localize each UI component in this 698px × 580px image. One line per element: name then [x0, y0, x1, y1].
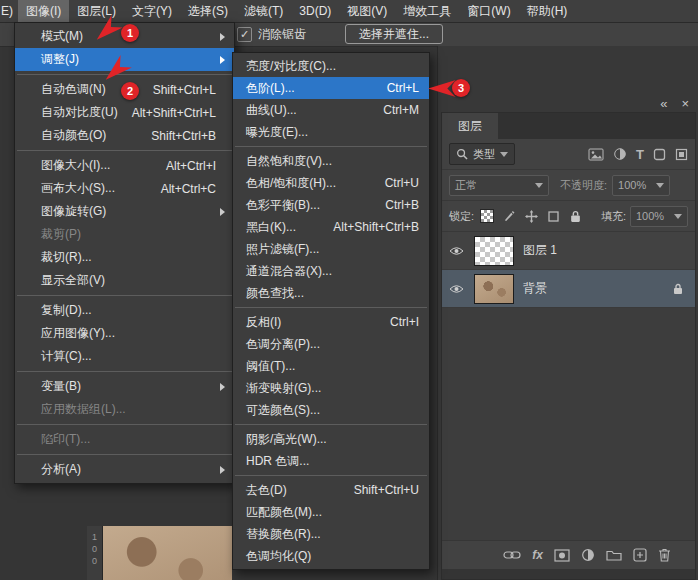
menu-item-auto-contrast[interactable]: 自动对比度(U) Alt+Shift+Ctrl+L: [15, 101, 234, 124]
layer-thumbnail[interactable]: [474, 274, 514, 304]
menubar-item-edit-partial[interactable]: E): [0, 0, 18, 22]
layer-name: 背景: [523, 280, 547, 297]
link-layers-icon[interactable]: [503, 550, 521, 560]
layer-row-layer1[interactable]: 图层 1: [442, 232, 695, 270]
layer-mask-icon[interactable]: [554, 549, 570, 562]
menu-item-label: 通道混合器(X)...: [246, 263, 332, 280]
blend-mode-dropdown[interactable]: 正常: [449, 175, 549, 196]
collapse-panels-icon[interactable]: «: [660, 96, 667, 111]
select-and-mask-button[interactable]: 选择并遮住...: [345, 24, 443, 44]
anti-alias-checkbox[interactable]: ✓: [237, 27, 252, 42]
new-group-icon[interactable]: [606, 549, 622, 561]
close-panel-icon[interactable]: ×: [681, 96, 689, 111]
menu-item-image-rotation[interactable]: 图像旋转(G): [15, 200, 234, 223]
menu-item-canvas-size[interactable]: 画布大小(S)... Alt+Ctrl+C: [15, 177, 234, 200]
layers-panel-footer: fx: [442, 540, 695, 569]
menu-item-analysis[interactable]: 分析(A): [15, 458, 234, 481]
visibility-eye-icon[interactable]: [442, 246, 470, 256]
menu-item-color-lookup[interactable]: 颜色查找...: [233, 282, 429, 304]
menu-item-exposure[interactable]: 曝光度(E)...: [233, 121, 429, 143]
menu-item-duplicate[interactable]: 复制(D)...: [15, 299, 234, 322]
menubar-item-select[interactable]: 选择(S): [180, 0, 236, 22]
layer-effects-icon[interactable]: fx: [532, 548, 543, 562]
chevron-down-icon: [674, 214, 682, 219]
callout-badge-1: 1: [121, 24, 139, 42]
menu-item-label: 替换颜色(R)...: [246, 526, 321, 543]
menu-item-shortcut: Ctrl+M: [369, 103, 419, 117]
menu-item-replace-color[interactable]: 替换颜色(R)...: [233, 523, 429, 545]
fill-dropdown[interactable]: 100%: [630, 206, 688, 227]
menu-item-channel-mixer[interactable]: 通道混合器(X)...: [233, 260, 429, 282]
menu-item-photo-filter[interactable]: 照片滤镜(F)...: [233, 238, 429, 260]
menu-item-label: 调整(J): [41, 51, 79, 68]
menu-item-shortcut: Ctrl+I: [376, 315, 419, 329]
menu-item-gradient-map[interactable]: 渐变映射(G)...: [233, 377, 429, 399]
menu-item-label: 图像旋转(G): [41, 203, 106, 220]
layer-lock-icon: [673, 283, 683, 295]
menu-item-shadows-highlights[interactable]: 阴影/高光(W)...: [233, 428, 429, 450]
menu-item-label: 颜色查找...: [246, 285, 304, 302]
lock-position-icon[interactable]: [522, 207, 540, 225]
menu-item-label: 显示全部(V): [41, 272, 105, 289]
menu-item-label: 阴影/高光(W)...: [246, 431, 327, 448]
blend-mode-value: 正常: [455, 178, 477, 193]
menu-item-crop: 裁剪(P): [15, 223, 234, 246]
menubar-item-filter[interactable]: 滤镜(T): [236, 0, 291, 22]
menu-item-label: 色彩平衡(B)...: [246, 197, 320, 214]
menubar-item-type[interactable]: 文字(Y): [124, 0, 180, 22]
layer-row-background[interactable]: 背景: [442, 270, 695, 308]
menu-item-selective-color[interactable]: 可选颜色(S)...: [233, 399, 429, 421]
menu-item-invert[interactable]: 反相(I) Ctrl+I: [233, 311, 429, 333]
menubar-item-view[interactable]: 视图(V): [339, 0, 395, 22]
tab-layers[interactable]: 图层: [442, 113, 498, 139]
lock-transparency-icon[interactable]: [478, 207, 496, 225]
menubar-item-image[interactable]: 图像(I): [18, 0, 69, 22]
layer-thumbnail[interactable]: [474, 236, 514, 266]
menu-item-black-white[interactable]: 黑白(K)... Alt+Shift+Ctrl+B: [233, 216, 429, 238]
menu-item-posterize[interactable]: 色调分离(P)...: [233, 333, 429, 355]
lock-pixels-icon[interactable]: [500, 207, 518, 225]
menubar-item-plugins[interactable]: 增效工具: [395, 0, 459, 22]
menu-item-desaturate[interactable]: 去色(D) Shift+Ctrl+U: [233, 479, 429, 501]
fill-label: 填充:: [601, 209, 626, 224]
menu-item-calculations[interactable]: 计算(C)...: [15, 345, 234, 368]
menubar-item-help[interactable]: 帮助(H): [519, 0, 576, 22]
opacity-dropdown[interactable]: 100%: [612, 175, 670, 196]
menu-item-label: 渐变映射(G)...: [246, 380, 321, 397]
menu-item-variables[interactable]: 变量(B): [15, 375, 234, 398]
lock-artboard-icon[interactable]: [544, 207, 562, 225]
menu-item-brightness-contrast[interactable]: 亮度/对比度(C)...: [233, 55, 429, 77]
filter-kind-label: 类型: [473, 147, 495, 162]
ruler-digit: 0: [92, 556, 97, 566]
new-layer-icon[interactable]: [633, 548, 647, 562]
menubar-item-window[interactable]: 窗口(W): [459, 0, 518, 22]
smart-object-filter-icon[interactable]: [675, 148, 688, 161]
adjustment-layer-icon[interactable]: [581, 548, 595, 562]
menu-item-color-balance[interactable]: 色彩平衡(B)... Ctrl+B: [233, 194, 429, 216]
type-filter-icon[interactable]: T: [636, 147, 644, 162]
menu-item-trim[interactable]: 裁切(R)...: [15, 246, 234, 269]
filter-kind-dropdown[interactable]: 类型: [449, 143, 515, 165]
lock-all-icon[interactable]: [566, 207, 584, 225]
menu-item-vibrance[interactable]: 自然饱和度(V)...: [233, 150, 429, 172]
menubar-item-3d[interactable]: 3D(D): [291, 0, 339, 22]
menu-item-curves[interactable]: 曲线(U)... Ctrl+M: [233, 99, 429, 121]
menu-item-image-size[interactable]: 图像大小(I)... Alt+Ctrl+I: [15, 154, 234, 177]
menu-item-match-color[interactable]: 匹配颜色(M)...: [233, 501, 429, 523]
adjustment-filter-icon[interactable]: [613, 147, 627, 161]
menu-item-shortcut: Shift+Ctrl+B: [137, 129, 216, 143]
menu-item-apply-image[interactable]: 应用图像(Y)...: [15, 322, 234, 345]
menu-item-label: 画布大小(S)...: [41, 180, 115, 197]
menu-item-reveal-all[interactable]: 显示全部(V): [15, 269, 234, 292]
delete-layer-icon[interactable]: [658, 548, 671, 562]
menu-item-hue-saturation[interactable]: 色相/饱和度(H)... Ctrl+U: [233, 172, 429, 194]
visibility-eye-icon[interactable]: [442, 284, 470, 294]
menu-item-equalize[interactable]: 色调均化(Q): [233, 545, 429, 567]
menu-item-threshold[interactable]: 阈值(T)...: [233, 355, 429, 377]
menu-item-label: 陷印(T)...: [41, 431, 90, 448]
shape-filter-icon[interactable]: [653, 148, 666, 161]
menu-item-levels[interactable]: 色阶(L)... Ctrl+L: [233, 77, 429, 99]
menu-item-auto-color[interactable]: 自动颜色(O) Shift+Ctrl+B: [15, 124, 234, 147]
pixel-filter-icon[interactable]: [588, 148, 604, 161]
menu-item-hdr-toning[interactable]: HDR 色调...: [233, 450, 429, 472]
